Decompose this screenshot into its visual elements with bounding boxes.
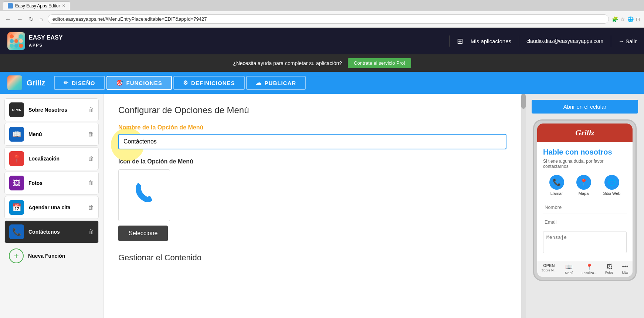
trash-icon-contactenos[interactable]: 🗑 (88, 229, 94, 235)
header-right: ⊞ Mis aplicaciones claudio.diaz@easyeasy… (449, 35, 637, 47)
tab-favicon (8, 3, 13, 9)
content-area: Configurar de Opciones de Menú Nombre de… (104, 94, 521, 318)
menu-option-name-input[interactable] (118, 134, 506, 149)
sidebar-label-nueva-funcion: Nueva Función (28, 253, 94, 259)
home-button[interactable]: ⌂ (38, 14, 45, 24)
open-phone-button[interactable]: Abrir en el celular (532, 100, 638, 114)
phone-contact-desc: Si tiene alguna duda, por favor contacta… (543, 159, 627, 169)
tab-funciones[interactable]: 🎯 FUNCIONES (106, 76, 172, 90)
sidebar-item-fotos[interactable]: 🖼 Fotos 🗑 (4, 172, 99, 194)
location-icon: 📍 (9, 151, 24, 166)
scrollbar-thumb[interactable] (521, 94, 526, 109)
url-input[interactable] (48, 14, 609, 24)
phone-mensaje-input[interactable] (543, 231, 627, 253)
tab-definiciones[interactable]: ⚙ DEFINICIONES (173, 76, 245, 90)
add-icon: + (9, 248, 24, 263)
photos-icon: 🖼 (9, 176, 24, 190)
localiza-nav-label: Localiza... (582, 271, 597, 275)
tab-close-btn[interactable]: ✕ (62, 3, 65, 8)
funciones-icon: 🎯 (116, 80, 123, 86)
sidebar-item-menu[interactable]: 📖 Menú 🗑 (4, 123, 99, 146)
phone-action-web[interactable]: 🌐 Sitio Web (603, 175, 621, 196)
phone-action-icons: 📞 Llamar 📍 Mapa 🌐 Sitio Web (543, 175, 627, 196)
page-title: Configurar de Opciones de Menú (118, 105, 506, 115)
phone-nav-fotos[interactable]: 🖼 Fotos (605, 263, 614, 275)
sidebar-label-agendar: Agendar una cita (28, 204, 84, 210)
sidebar-item-agendar[interactable]: 📅 Agendar una cita 🗑 (4, 196, 99, 219)
phone-nav-sobre[interactable]: OPEN Sobre N... (541, 263, 556, 275)
app-header: EASY EASY APPS ⊞ Mis aplicaciones claudi… (0, 28, 644, 54)
tab-diseno[interactable]: ✏ DISEÑO (54, 76, 105, 90)
promo-text: ¿Necesita ayuda para completar su aplica… (233, 60, 342, 66)
scrollbar-track[interactable] (521, 94, 526, 318)
phone-icon (128, 176, 161, 215)
menu-nav-label: Menú (565, 271, 573, 275)
back-button[interactable]: ← (4, 14, 13, 24)
web-icon: 🌐 (604, 175, 619, 190)
sidebar-label-menu: Menú (28, 131, 84, 137)
phone-nav-mas[interactable]: ••• Más (622, 263, 628, 275)
address-bar-icons: 🧩 ☆ 🌐 ⊡ (612, 16, 640, 22)
publicar-icon: ☁ (256, 80, 262, 86)
phone-action-map[interactable]: 📍 Mapa (576, 175, 591, 196)
app-nav: Grillz ✏ DISEÑO 🎯 FUNCIONES ⚙ DEFINICION… (0, 72, 644, 94)
nav-tabs: ✏ DISEÑO 🎯 FUNCIONES ⚙ DEFINICIONES ☁ PU… (54, 76, 306, 90)
icon-section: Icon de la Opción de Menú Seleccione (118, 158, 506, 241)
app-title-area: Grillz (7, 75, 45, 90)
tab-bar: Easy Easy Apps Editor ✕ (0, 0, 644, 11)
promo-button[interactable]: Contrate el servicio Pro! (348, 58, 411, 68)
phone-header: Grillz (537, 124, 633, 142)
phone-action-call[interactable]: 📞 Llamar (549, 175, 564, 196)
logo-icon (7, 32, 25, 50)
map-icon: 📍 (576, 175, 591, 190)
sidebar-item-nueva-funcion[interactable]: + Nueva Función (4, 245, 99, 267)
mas-nav-label: Más (622, 271, 628, 274)
phone-nombre-input[interactable] (543, 202, 627, 213)
tab-publicar[interactable]: ☁ PUBLICAR (246, 76, 306, 90)
promo-bar: ¿Necesita ayuda para completar su aplica… (0, 54, 644, 72)
sobre-nav-label: Sobre N... (541, 268, 556, 272)
header-divider3 (611, 35, 611, 47)
reload-button[interactable]: ↻ (27, 14, 35, 24)
sobre-nav-icon: OPEN (543, 263, 555, 268)
open-icon: OPEN (9, 102, 24, 117)
sidebar-item-contactenos[interactable]: 📞 Contáctenos 🗑 (4, 220, 99, 243)
logo-text: EASY EASY APPS (29, 34, 62, 48)
header-divider2 (519, 35, 519, 47)
phone-nav-localiza[interactable]: 📍 Localiza... (582, 263, 597, 275)
trash-icon-menu[interactable]: 🗑 (88, 131, 94, 138)
active-tab[interactable]: Easy Easy Apps Editor ✕ (3, 1, 70, 10)
main-layout: OPEN Sobre Nosotros 🗑 📖 Menú 🗑 📍 Localiz… (0, 94, 644, 318)
contact-icon: 📞 (9, 224, 24, 239)
trash-icon-sobre-nosotros[interactable]: 🗑 (88, 106, 94, 113)
phone-nav-menu[interactable]: 📖 Menú (565, 263, 573, 275)
fotos-nav-label: Fotos (605, 271, 614, 274)
trash-icon-fotos[interactable]: 🗑 (88, 180, 94, 186)
globe-icon: 🌐 (627, 16, 634, 22)
mis-apps-link[interactable]: Mis aplicaciones (471, 38, 511, 44)
name-section-label: Nombre de la Opción de Menú (118, 124, 506, 131)
select-icon-button[interactable]: Seleccione (118, 226, 168, 241)
apps-grid-icon[interactable]: ⊞ (457, 37, 463, 45)
sidebar-label-fotos: Fotos (28, 180, 84, 186)
phone-email-input[interactable] (543, 216, 627, 228)
browser-chrome: Easy Easy Apps Editor ✕ ← → ↻ ⌂ 🧩 ☆ 🌐 ⊡ (0, 0, 644, 28)
salir-button[interactable]: → Salir (618, 38, 637, 44)
menu-nav-icon: 📖 (565, 263, 573, 270)
sidebar-item-sobre-nosotros[interactable]: OPEN Sobre Nosotros 🗑 (4, 98, 99, 121)
address-bar: ← → ↻ ⌂ 🧩 ☆ 🌐 ⊡ (0, 11, 644, 27)
web-label: Sitio Web (603, 191, 621, 196)
call-label: Llamar (550, 191, 563, 196)
sidebar-item-localizacion[interactable]: 📍 Localización 🗑 (4, 147, 99, 170)
app-icon (7, 75, 22, 90)
trash-icon-agendar[interactable]: 🗑 (88, 204, 94, 211)
user-email: claudio.diaz@easyeasyapps.com (526, 38, 603, 44)
forward-button[interactable]: → (16, 14, 24, 24)
phone-screen: Grillz Hable con nosotros Si tiene algun… (537, 124, 633, 277)
definiciones-icon: ⚙ (183, 80, 188, 86)
extensions-icon: 🧩 (612, 16, 618, 22)
phone-app-title: Grillz (542, 128, 628, 138)
call-icon: 📞 (549, 175, 564, 190)
trash-icon-localizacion[interactable]: 🗑 (88, 155, 94, 162)
phone-contact-title: Hable con nosotros (543, 148, 627, 156)
